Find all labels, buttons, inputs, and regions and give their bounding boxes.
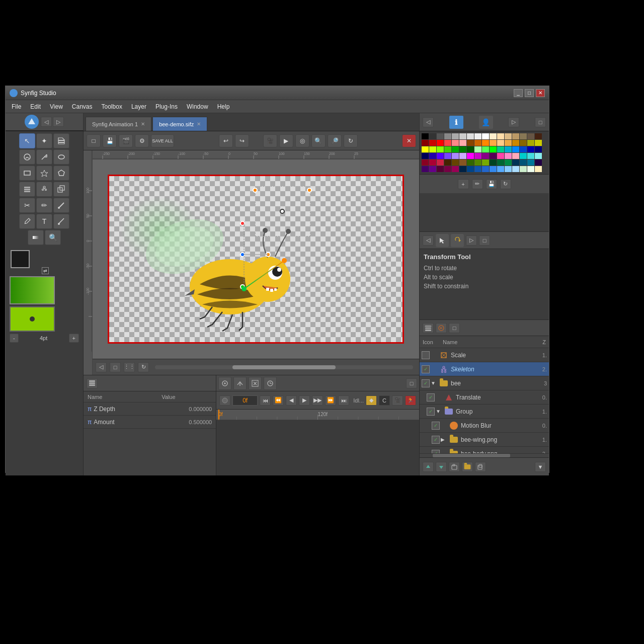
swatch[interactable] bbox=[444, 133, 451, 139]
feather-tool[interactable] bbox=[36, 149, 52, 165]
swatch[interactable] bbox=[535, 133, 542, 139]
layer-group-btn[interactable] bbox=[449, 462, 460, 472]
undo-btn[interactable]: ↩ bbox=[219, 134, 233, 147]
menu-plugins[interactable]: Plug-Ins bbox=[151, 102, 182, 112]
swatch[interactable] bbox=[452, 146, 459, 152]
swatch-black[interactable] bbox=[422, 133, 429, 139]
layer-skeleton[interactable]: ✓ Skeleton 2. bbox=[420, 362, 549, 376]
layers-panel-btn[interactable]: □ bbox=[449, 323, 460, 333]
layer-group[interactable]: ✓ ▼ Group 1. bbox=[420, 405, 549, 419]
canvas-expand-btn[interactable]: □ bbox=[87, 134, 101, 147]
layer-move-down[interactable] bbox=[436, 462, 447, 472]
poly-tool[interactable] bbox=[53, 166, 69, 181]
swatch[interactable] bbox=[429, 153, 436, 159]
minus-btn[interactable]: - bbox=[10, 334, 19, 343]
right-info-icon[interactable]: ℹ bbox=[449, 116, 463, 129]
swatch[interactable] bbox=[497, 166, 504, 172]
goto-start-btn[interactable]: ⏮ bbox=[260, 395, 271, 406]
swatch[interactable] bbox=[422, 159, 429, 166]
tab-close-1[interactable]: ✕ bbox=[141, 121, 145, 127]
layer-move-up[interactable] bbox=[423, 462, 434, 472]
swatch[interactable] bbox=[474, 159, 481, 166]
swatch[interactable] bbox=[490, 166, 497, 172]
timeline-tab-4[interactable] bbox=[264, 377, 277, 390]
clone-tool[interactable] bbox=[53, 182, 69, 197]
h-scrollbar[interactable] bbox=[155, 365, 413, 369]
swatch-yellow[interactable] bbox=[422, 146, 429, 152]
fg-color-swatch[interactable] bbox=[11, 250, 30, 268]
keyframe-btn[interactable]: ◆ bbox=[366, 395, 377, 406]
plus-btn[interactable]: + bbox=[69, 334, 79, 343]
gradient-tool[interactable] bbox=[28, 230, 44, 245]
handle-blue[interactable] bbox=[240, 252, 245, 257]
layer-translate[interactable]: ✓ Translate 0. bbox=[420, 390, 549, 405]
rotate-btn[interactable]: ↻ bbox=[344, 134, 358, 147]
palette-add-btn[interactable]: + bbox=[458, 179, 469, 189]
swatch[interactable] bbox=[482, 146, 489, 152]
swatch[interactable] bbox=[490, 133, 497, 139]
swatch[interactable] bbox=[505, 133, 512, 139]
brush-transform[interactable] bbox=[53, 198, 69, 213]
swatch[interactable] bbox=[527, 146, 534, 152]
swatch[interactable] bbox=[452, 166, 459, 172]
swatch[interactable] bbox=[512, 146, 519, 152]
layer-scale-check[interactable] bbox=[422, 351, 430, 359]
swatch[interactable] bbox=[467, 146, 474, 152]
handle-tr[interactable] bbox=[307, 188, 312, 193]
color-preview[interactable] bbox=[10, 306, 55, 332]
swatch[interactable] bbox=[422, 166, 429, 172]
layer-group-expand[interactable]: ▼ bbox=[436, 409, 442, 414]
layers-scrollbar[interactable] bbox=[420, 453, 549, 457]
swatch[interactable] bbox=[422, 153, 429, 159]
swatch[interactable] bbox=[437, 153, 444, 159]
swatch[interactable] bbox=[490, 140, 497, 146]
layer-translate-check[interactable]: ✓ bbox=[427, 393, 435, 401]
swatch[interactable] bbox=[535, 140, 542, 146]
menu-edit[interactable]: Edit bbox=[26, 102, 45, 112]
swatch[interactable] bbox=[520, 140, 527, 146]
swatch-green[interactable] bbox=[490, 146, 497, 152]
timeline-tab-2[interactable] bbox=[233, 377, 247, 390]
current-frame-input[interactable] bbox=[232, 395, 258, 406]
redo-btn[interactable]: ↪ bbox=[235, 134, 249, 147]
swatch[interactable] bbox=[459, 159, 466, 166]
swatch[interactable] bbox=[482, 153, 489, 159]
canvas-fit[interactable]: □ bbox=[110, 362, 121, 372]
swatch[interactable] bbox=[444, 146, 451, 152]
layer-motion-blur[interactable]: ✓ Motion Blur 0. bbox=[420, 419, 549, 433]
swatch[interactable] bbox=[429, 140, 436, 146]
layers-btn[interactable] bbox=[19, 182, 35, 197]
swatch[interactable] bbox=[437, 146, 444, 152]
props-icon-btn[interactable] bbox=[87, 378, 98, 388]
layer-bee-wing-check[interactable]: ✓ bbox=[432, 436, 440, 444]
swatch[interactable] bbox=[535, 159, 542, 166]
nav-left[interactable]: ◁ bbox=[41, 117, 52, 127]
swatch[interactable] bbox=[490, 159, 497, 166]
swatch[interactable] bbox=[474, 153, 481, 159]
swatch[interactable] bbox=[459, 146, 466, 152]
swatch[interactable] bbox=[437, 133, 444, 139]
swatch[interactable] bbox=[459, 153, 466, 159]
menu-layer[interactable]: Layer bbox=[127, 102, 150, 112]
swatch[interactable] bbox=[452, 153, 459, 159]
palette-save-btn[interactable]: 💾 bbox=[486, 179, 497, 189]
swap-colors-btn[interactable]: ⇄ bbox=[42, 267, 49, 274]
timeline-tab-3[interactable] bbox=[249, 377, 262, 390]
handle-orange-mid[interactable] bbox=[266, 252, 271, 257]
render-btn2[interactable]: ▶ bbox=[279, 134, 293, 147]
swatch[interactable] bbox=[429, 133, 436, 139]
rect-tool[interactable] bbox=[19, 166, 35, 181]
canvas-zoom-out[interactable]: ◁ bbox=[96, 362, 107, 372]
swatch[interactable] bbox=[520, 153, 527, 159]
skeleton-tool[interactable] bbox=[36, 182, 52, 197]
star-tool[interactable] bbox=[36, 166, 52, 181]
eyedropper-tool[interactable] bbox=[19, 214, 35, 229]
record-btn[interactable] bbox=[219, 395, 230, 406]
close-button[interactable]: ✕ bbox=[536, 89, 545, 97]
swatch[interactable] bbox=[497, 153, 504, 159]
right-panel-btn[interactable]: □ bbox=[535, 117, 546, 127]
swatch[interactable] bbox=[512, 159, 519, 166]
swatch[interactable] bbox=[444, 166, 451, 172]
right-person-icon[interactable]: 👤 bbox=[479, 116, 493, 129]
menu-canvas[interactable]: Canvas bbox=[68, 102, 97, 112]
